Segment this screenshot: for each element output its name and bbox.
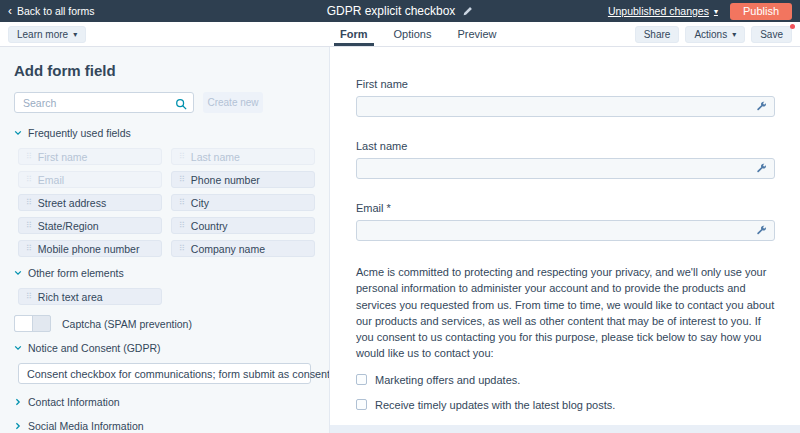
checkbox-icon[interactable] (356, 399, 367, 410)
search-icon (175, 96, 187, 114)
tab-bar: Form Options Preview (340, 22, 497, 46)
unpublished-changes-dropdown[interactable]: Unpublished changes ▾ (608, 5, 718, 17)
publish-button[interactable]: Publish (730, 3, 792, 20)
field-input[interactable] (356, 96, 775, 117)
save-button[interactable]: Save (751, 26, 792, 43)
add-form-field-sidebar: Add form field Create new Frequently use… (0, 47, 330, 433)
field-chip-street-address[interactable]: ⠿ Street address (18, 194, 162, 211)
section-notice-and-consent-gdpr[interactable]: Notice and Consent (GDPR) (14, 342, 313, 354)
create-new-button[interactable]: Create new (203, 92, 263, 113)
subbar-actions: Share Actions ▾ Save (635, 26, 792, 43)
section-label: Other form elements (28, 267, 124, 279)
learn-more-button[interactable]: Learn more ▾ (8, 26, 86, 43)
field-label: First name (356, 78, 775, 90)
learn-more-label: Learn more (17, 29, 68, 40)
drag-handle-icon: ⠿ (179, 222, 185, 230)
edit-title-pencil-icon[interactable] (462, 6, 473, 17)
toggle-knob (15, 316, 33, 331)
unsubscribe-text: You may unsubscribe from these communica… (356, 424, 775, 433)
rich-text-area-chip[interactable]: ⠿ Rich text area (18, 288, 162, 305)
search-row: Create new (14, 92, 313, 113)
drag-handle-icon: ⠿ (179, 199, 185, 207)
checkbox-label: Marketing offers and updates. (375, 374, 520, 386)
back-to-forms-link[interactable]: ‹ Back to all forms (8, 5, 327, 17)
wrench-icon (756, 163, 767, 174)
form-field-email[interactable]: Email * (356, 202, 775, 241)
captcha-row: Captcha (SPAM prevention) (14, 315, 313, 332)
chevron-down-icon (14, 344, 22, 352)
gdpr-consent-block: Acme is committed to protecting and resp… (356, 264, 775, 433)
form-title: GDPR explicit checkbox (327, 4, 456, 18)
drag-handle-icon: ⠿ (26, 153, 32, 161)
field-chip-mobile-phone-number[interactable]: ⠿ Mobile phone number (18, 240, 162, 257)
drag-handle-icon: ⠿ (179, 245, 185, 253)
search-box (14, 92, 194, 113)
field-label: Email * (356, 202, 775, 214)
field-chip-city[interactable]: ⠿ City (171, 194, 315, 211)
caret-down-icon: ▾ (732, 30, 736, 39)
section-contact-information[interactable]: Contact Information (14, 396, 313, 408)
gdpr-consent-type-select[interactable]: Consent checkbox for communications; for… (18, 363, 311, 384)
field-chip-label: Company name (191, 243, 265, 255)
section-other-form-elements[interactable]: Other form elements (14, 267, 313, 279)
field-chip-label: Street address (38, 197, 106, 209)
wrench-icon (756, 225, 767, 236)
form-title-group: GDPR explicit checkbox (327, 4, 474, 18)
section-frequently-used-fields[interactable]: Frequently used fields (14, 127, 313, 139)
topbar-actions: Unpublished changes ▾ Publish (473, 3, 792, 20)
sub-toolbar: Learn more ▾ Form Options Preview Share … (0, 22, 800, 47)
drag-handle-icon: ⠿ (26, 199, 32, 207)
field-chip-first-name: ⠿ First name (18, 148, 162, 165)
field-chip-email: ⠿ Email (18, 171, 162, 188)
section-label: Notice and Consent (GDPR) (28, 342, 160, 354)
section-label: Social Media Information (28, 420, 144, 432)
field-chip-label: City (191, 197, 209, 209)
field-chip-last-name: ⠿ Last name (171, 148, 315, 165)
caret-down-icon: ▾ (714, 7, 718, 16)
wrench-icon (756, 101, 767, 112)
chevron-right-icon (14, 398, 22, 406)
form-field-last-name[interactable]: Last name (356, 140, 775, 179)
field-input[interactable] (356, 158, 775, 179)
section-label: Frequently used fields (28, 127, 131, 139)
checkbox-icon[interactable] (356, 374, 367, 385)
field-chip-label: State/Region (38, 220, 99, 232)
field-chip-phone-number[interactable]: ⠿ Phone number (171, 171, 315, 188)
consent-checkbox-blog-updates[interactable]: Receive timely updates with the latest b… (356, 399, 775, 411)
chevron-right-icon (14, 422, 22, 430)
field-chip-country[interactable]: ⠿ Country (171, 217, 315, 234)
actions-label: Actions (694, 29, 727, 40)
actions-button[interactable]: Actions ▾ (685, 26, 745, 43)
unsaved-notification-dot (790, 24, 795, 29)
checkbox-label: Receive timely updates with the latest b… (375, 399, 615, 411)
caret-down-icon: ▾ (73, 30, 77, 39)
consent-checkbox-marketing[interactable]: Marketing offers and updates. (356, 374, 775, 386)
field-input[interactable] (356, 220, 775, 241)
search-input[interactable] (14, 92, 194, 113)
form-field-first-name[interactable]: First name (356, 78, 775, 117)
captcha-toggle[interactable] (14, 315, 51, 332)
drag-handle-icon: ⠿ (179, 153, 185, 161)
field-chip-company-name[interactable]: ⠿ Company name (171, 240, 315, 257)
top-bar: ‹ Back to all forms GDPR explicit checkb… (0, 0, 800, 22)
field-chip-label: First name (38, 151, 88, 163)
tab-preview[interactable]: Preview (457, 22, 496, 46)
gdpr-select-value: Consent checkbox for communications; for… (27, 368, 330, 380)
consent-intro-text: Acme is committed to protecting and resp… (356, 264, 775, 362)
chevron-down-icon (14, 269, 22, 277)
captcha-label: Captcha (SPAM prevention) (62, 318, 192, 330)
field-chip-label: Last name (191, 151, 240, 163)
frequently-used-fields-grid: ⠿ First name ⠿ Last name ⠿ Email ⠿ Phone… (18, 148, 313, 257)
drag-handle-icon: ⠿ (26, 176, 32, 184)
tab-form[interactable]: Form (340, 22, 368, 46)
form-preview-panel: First name Last name Email * Acme is com… (330, 47, 800, 433)
section-social-media-information[interactable]: Social Media Information (14, 420, 313, 432)
tab-options[interactable]: Options (394, 22, 432, 46)
field-chip-state-region[interactable]: ⠿ State/Region (18, 217, 162, 234)
field-label: Last name (356, 140, 775, 152)
field-chip-label: Email (38, 174, 64, 186)
share-button[interactable]: Share (635, 26, 680, 43)
back-chevron-icon: ‹ (8, 5, 12, 17)
chevron-down-icon (14, 129, 22, 137)
back-label: Back to all forms (17, 5, 95, 17)
